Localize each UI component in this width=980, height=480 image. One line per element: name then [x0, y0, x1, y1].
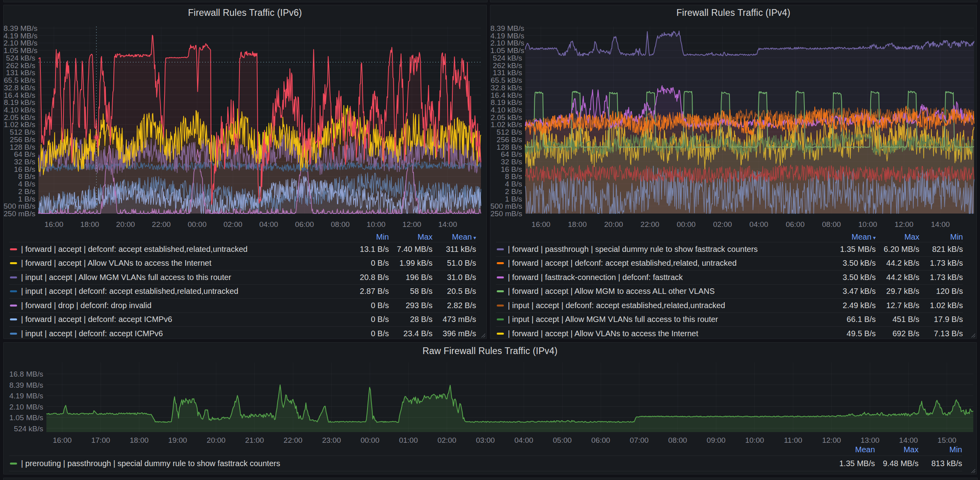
legend-value-max: 196 B/s — [389, 273, 433, 282]
x-axis-tick-label: 14:00 — [923, 221, 958, 228]
series-color-swatch[interactable] — [10, 305, 17, 307]
legend-row: | input | accept | defconf: accept ICMPv… — [9, 326, 476, 339]
panel-firewall-rules-traffic-ipv6: Firewall Rules Traffic (IPv6) 8.39 MB/s4… — [3, 5, 487, 339]
series-color-swatch[interactable] — [10, 276, 17, 278]
series-color-swatch[interactable] — [497, 262, 504, 264]
legend-series-label[interactable]: | forward | accept | Allow MGM to access… — [508, 287, 832, 296]
x-axis-tick-label: 10:00 — [358, 221, 394, 228]
legend-column-header-min[interactable]: Min — [345, 232, 389, 242]
x-axis-tick-label: 08:00 — [660, 436, 695, 444]
y-axis-tick-label: 1.05 MB/s — [4, 47, 35, 54]
series-color-swatch[interactable] — [497, 305, 504, 307]
y-axis-tick-label: 524 kB/s — [4, 54, 35, 62]
legend-row: | forward | accept | defconf: accept est… — [9, 242, 476, 256]
y-axis-tick-label: 250 mB/s — [4, 210, 35, 217]
x-axis-tick-label: 10:00 — [850, 221, 886, 228]
legend-row: | forward | fasttrack-connection | defco… — [496, 270, 963, 284]
y-axis-tick-label: 8.19 kB/s — [490, 99, 522, 106]
legend-value-min: 17.9 B/s — [919, 315, 963, 324]
y-axis-tick-label: 4.19 MB/s — [4, 32, 35, 40]
legend-series-label[interactable]: | input | accept | Allow MGM VLANs full … — [21, 273, 345, 282]
x-axis-tick-label: 20:00 — [198, 436, 234, 444]
legend-header-row: Mean ▾MaxMin — [496, 232, 963, 242]
legend-value-mean: 396 mB/s — [433, 329, 476, 338]
series-color-swatch[interactable] — [497, 290, 504, 292]
y-axis-tick-label: 16.4 kB/s — [490, 91, 522, 99]
series-color-swatch[interactable] — [10, 248, 17, 250]
y-axis-tick-label: 512 B/s — [490, 128, 522, 136]
legend-series-label[interactable]: | forward | accept | Allow VLANs to acce… — [508, 329, 832, 338]
x-axis-tick-label: 10:00 — [737, 436, 773, 444]
y-axis-tick-label: 500 mB/s — [4, 202, 35, 210]
legend-series-label[interactable]: | forward | passthrough | special dummy … — [508, 245, 832, 254]
series-color-swatch[interactable] — [497, 276, 504, 278]
legend-value-max: 23.4 B/s — [389, 329, 433, 338]
legend-series-label[interactable]: | forward | accept | defconf: accept est… — [21, 245, 345, 254]
legend-row: | forward | accept | defconf: accept est… — [496, 256, 963, 270]
y-axis-tick-label: 128 B/s — [490, 143, 522, 151]
y-axis-tick-label: 500 mB/s — [490, 202, 522, 210]
legend-series-label[interactable]: | forward | accept | defconf: accept ICM… — [21, 315, 345, 324]
series-color-swatch[interactable] — [497, 318, 504, 320]
series-color-swatch[interactable] — [10, 333, 17, 335]
legend-series-label[interactable]: | input | accept | defconf: accept ICMPv… — [21, 329, 345, 338]
legend-value-mean: 66.1 B/s — [832, 315, 876, 324]
legend-column-header-mean[interactable]: Mean ▾ — [433, 232, 476, 242]
legend-column-header-mean[interactable]: Mean — [831, 445, 875, 454]
legend-series-label[interactable]: | input | accept | Allow MGM VLANs full … — [508, 315, 832, 324]
x-axis-tick-label: 23:00 — [314, 436, 349, 444]
legend-value-min: 13.1 B/s — [345, 245, 389, 254]
panel-raw-firewall-rules-traffic-ipv4: Raw Firewall Rules Traffic (IPv4) 16.8 M… — [3, 342, 977, 474]
y-axis-tick-label: 4.10 kB/s — [490, 106, 522, 114]
series-color-swatch[interactable] — [10, 318, 17, 320]
legend-value-min: 0 B/s — [345, 301, 389, 310]
series-color-swatch[interactable] — [10, 290, 17, 292]
legend-series-label[interactable]: | input | accept | defconf: accept estab… — [21, 287, 345, 296]
y-axis-tick-label: 262 kB/s — [490, 62, 522, 69]
legend-value-max: 6.20 MB/s — [876, 245, 919, 254]
y-axis-tick-label: 256 B/s — [490, 136, 522, 143]
legend-table: MeanMaxMin| prerouting | passthrough | s… — [9, 444, 962, 474]
y-axis-tick-label: 8.39 MB/s — [4, 381, 43, 389]
y-axis-tick-label: 2.10 MB/s — [4, 403, 43, 411]
legend-series-label[interactable]: | input | accept | defconf: accept estab… — [508, 301, 832, 310]
legend-series-label[interactable]: | forward | accept | Allow VLANs to acce… — [21, 259, 345, 268]
x-axis-tick-label: 13:00 — [852, 436, 888, 444]
y-axis-tick-label: 131 kB/s — [4, 69, 35, 76]
series-color-swatch[interactable] — [10, 262, 17, 264]
legend-value-min: 0 B/s — [345, 315, 389, 324]
y-axis-tick-label: 128 B/s — [4, 143, 35, 151]
legend-row: | prerouting | passthrough | special dum… — [9, 455, 962, 471]
y-axis-tick-label: 32.8 kB/s — [490, 84, 522, 91]
legend-value-min: 2.87 B/s — [345, 287, 389, 296]
legend-series-label[interactable]: | forward | accept | defconf: accept est… — [508, 259, 832, 268]
legend-value-mean: 3.50 kB/s — [832, 273, 876, 282]
series-color-swatch[interactable] — [497, 248, 504, 250]
y-axis-tick-label: 8.19 kB/s — [4, 99, 35, 106]
y-axis-tick-label: 1.02 kB/s — [490, 121, 522, 128]
legend-value-max: 1.99 kB/s — [389, 259, 433, 268]
legend-series-label[interactable]: | forward | drop | defconf: drop invalid — [21, 301, 345, 310]
legend-header-row: MeanMaxMin — [9, 444, 962, 455]
legend-column-header-min[interactable]: Min — [919, 445, 962, 454]
series-color-swatch[interactable] — [10, 463, 17, 465]
legend-value-mean: 49.5 B/s — [832, 329, 876, 338]
y-axis-tick-label: 4 B/s — [4, 180, 35, 188]
legend-series-label[interactable]: | prerouting | passthrough | special dum… — [21, 459, 831, 468]
y-axis-tick-label: 256 B/s — [4, 136, 35, 143]
legend-row: | forward | accept | Allow VLANs to acce… — [9, 256, 476, 270]
legend-column-header-min[interactable]: Min — [919, 232, 963, 242]
legend-column-header-max[interactable]: Max — [389, 232, 433, 242]
legend-series-label[interactable]: | forward | fasttrack-connection | defco… — [508, 273, 832, 282]
legend-column-header-max[interactable]: Max — [876, 232, 919, 242]
y-axis-tick-label: 524 kB/s — [4, 425, 43, 432]
series-area-prerouting passthrough fasttrack counters — [46, 385, 973, 432]
legend-column-header-max[interactable]: Max — [875, 445, 919, 454]
y-axis-tick-label: 1.05 MB/s — [490, 47, 522, 54]
x-axis-tick-label: 22:00 — [275, 436, 311, 444]
legend-value-max: 12.7 kB/s — [876, 301, 919, 310]
legend-row: | forward | accept | defconf: accept ICM… — [9, 312, 476, 327]
legend-value-mean: 20.5 B/s — [433, 287, 476, 296]
series-color-swatch[interactable] — [497, 333, 504, 335]
legend-column-header-mean[interactable]: Mean ▾ — [832, 232, 876, 242]
